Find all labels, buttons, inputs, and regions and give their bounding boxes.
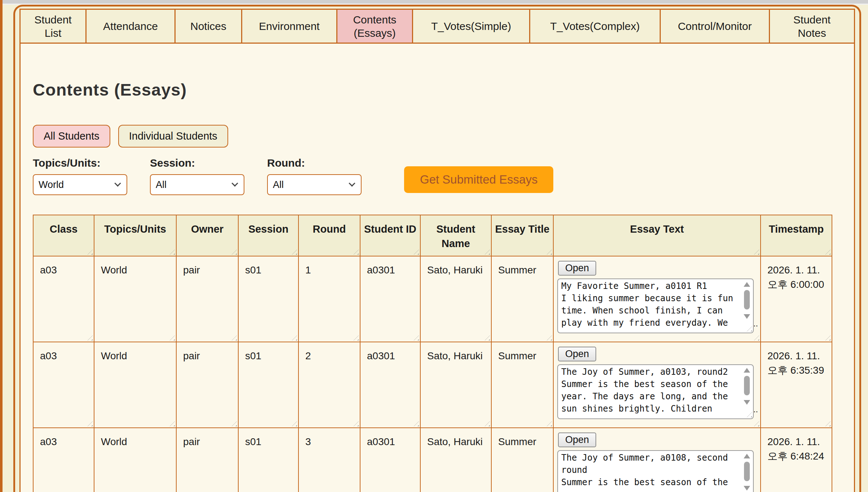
browser-edge-strip [0, 0, 868, 5]
tab-contents-essays[interactable]: Contents (Essays) [336, 9, 413, 44]
essay-textarea[interactable]: The Joy of Summer, a0108, second round S… [557, 450, 754, 492]
resize-gripper-icon[interactable] [88, 421, 93, 426]
scroll-up-icon[interactable] [744, 368, 750, 373]
cell-round: 3 [298, 428, 360, 492]
tab-environment[interactable]: Environment [241, 9, 337, 44]
cell-student-id: a0301 [360, 428, 420, 492]
tab-student-list[interactable]: Student List [19, 9, 87, 44]
scroll-down-icon[interactable] [744, 314, 750, 319]
scroll-thumb[interactable] [744, 290, 750, 309]
round-label: Round: [267, 157, 384, 169]
truncation-dots: .. [753, 316, 758, 331]
resize-gripper-icon[interactable] [825, 335, 831, 341]
chevron-down-icon [349, 180, 355, 186]
cell-class: a03 [33, 256, 94, 342]
scroll-thumb[interactable] [744, 376, 750, 395]
scroll-up-icon[interactable] [744, 282, 750, 287]
session-label: Session: [150, 157, 267, 169]
round-select[interactable]: All [267, 174, 362, 195]
truncation-dots: .. [753, 488, 758, 492]
cell-timestamp: 2026. 1. 11. 오후 6:48:24 [761, 428, 832, 492]
session-filter: Session: All [150, 157, 267, 195]
scroll-up-icon[interactable] [744, 454, 750, 458]
tab-t-votes-simple[interactable]: T_Votes(Simple) [412, 9, 530, 44]
essay-textarea[interactable]: The Joy of Summer, a0103, round2 Summer … [557, 364, 754, 419]
get-submitted-essays-button[interactable]: Get Submitted Essays [404, 166, 553, 193]
cell-session: s01 [238, 256, 298, 342]
scroll-down-icon[interactable] [744, 486, 750, 491]
round-filter: Round: All [267, 157, 384, 195]
resize-gripper-icon[interactable] [88, 250, 93, 255]
header-timestamp: Timestamp [761, 215, 832, 256]
essays-table: Class Topics/Units Owner Session Round S… [33, 215, 832, 492]
topics-units-label: Topics/Units: [33, 157, 150, 169]
resize-gripper-icon[interactable] [547, 421, 552, 426]
tab-label: Control/Monitor [678, 19, 752, 33]
tab-t-votes-complex[interactable]: T_Votes(Complex) [529, 9, 661, 44]
resize-gripper-icon[interactable] [170, 421, 175, 426]
cell-class: a03 [33, 342, 94, 428]
cell-owner: pair [176, 256, 238, 342]
scrollbar[interactable] [741, 452, 752, 492]
cell-essay-text: Open The Joy of Summer, a0108, second ro… [553, 428, 761, 492]
resize-gripper-icon[interactable] [747, 326, 752, 331]
scrollbar[interactable] [741, 366, 752, 408]
view-mode-buttons: All Students Individual Students [33, 125, 847, 148]
tab-student-notes[interactable]: Student Notes [769, 9, 855, 44]
resize-gripper-icon[interactable] [414, 335, 419, 341]
session-select[interactable]: All [150, 174, 244, 195]
tab-notices[interactable]: Notices [174, 9, 242, 44]
resize-gripper-icon[interactable] [354, 335, 359, 341]
resize-gripper-icon[interactable] [292, 335, 297, 341]
tab-control-monitor[interactable]: Control/Monitor [660, 9, 770, 44]
resize-gripper-icon[interactable] [292, 250, 297, 255]
scroll-thumb[interactable] [744, 462, 750, 481]
tab-bar: Student List Attendance Notices Environm… [19, 9, 855, 44]
resize-gripper-icon[interactable] [747, 412, 752, 417]
scroll-down-icon[interactable] [744, 400, 750, 405]
cell-topics-units: World [94, 256, 176, 342]
open-essay-button[interactable]: Open [558, 347, 596, 361]
scrollbar[interactable] [741, 280, 752, 322]
open-essay-button[interactable]: Open [558, 432, 596, 447]
resize-gripper-icon[interactable] [88, 335, 93, 341]
resize-gripper-icon[interactable] [485, 335, 490, 341]
resize-gripper-icon[interactable] [232, 250, 237, 255]
resize-gripper-icon[interactable] [485, 421, 490, 426]
resize-gripper-icon[interactable] [354, 250, 359, 255]
tab-label: Environment [259, 19, 319, 33]
essay-content: The Joy of Summer, a0103, round2 Summer … [561, 366, 736, 418]
resize-gripper-icon[interactable] [825, 421, 831, 426]
resize-gripper-icon[interactable] [547, 335, 552, 341]
resize-gripper-icon[interactable] [414, 421, 419, 426]
resize-gripper-icon[interactable] [232, 421, 237, 426]
individual-students-button[interactable]: Individual Students [118, 125, 228, 148]
resize-gripper-icon[interactable] [485, 250, 490, 255]
resize-gripper-icon[interactable] [754, 250, 759, 255]
all-students-button[interactable]: All Students [33, 125, 110, 148]
resize-gripper-icon[interactable] [547, 250, 552, 255]
resize-gripper-icon[interactable] [414, 250, 419, 255]
resize-gripper-icon[interactable] [232, 335, 237, 341]
resize-gripper-icon[interactable] [754, 335, 759, 341]
header-essay-text: Essay Text [553, 215, 761, 256]
resize-gripper-icon[interactable] [170, 335, 175, 341]
essay-content: The Joy of Summer, a0108, second round S… [561, 452, 736, 492]
topics-units-select[interactable]: World [33, 174, 127, 195]
table-row: a03 World pair s01 1 a0301 Sato, Haruki … [33, 256, 832, 342]
cell-essay-title: Summer [491, 256, 553, 342]
resize-gripper-icon[interactable] [354, 421, 359, 426]
main-container: Student List Attendance Notices Environm… [13, 5, 861, 492]
cell-class: a03 [33, 428, 94, 492]
cell-timestamp: 2026. 1. 11. 오후 6:00:00 [761, 256, 832, 342]
open-essay-button[interactable]: Open [558, 261, 596, 276]
resize-gripper-icon[interactable] [170, 250, 175, 255]
resize-gripper-icon[interactable] [825, 250, 831, 255]
cell-session: s01 [238, 342, 298, 428]
resize-gripper-icon[interactable] [292, 421, 297, 426]
resize-gripper-icon[interactable] [754, 421, 759, 426]
tab-label: Contents (Essays) [342, 13, 407, 40]
selected-value: All [273, 179, 284, 190]
essay-textarea[interactable]: My Favorite Summer, a0101 R1 I liking su… [557, 278, 754, 333]
tab-attendance[interactable]: Attendance [85, 9, 176, 44]
